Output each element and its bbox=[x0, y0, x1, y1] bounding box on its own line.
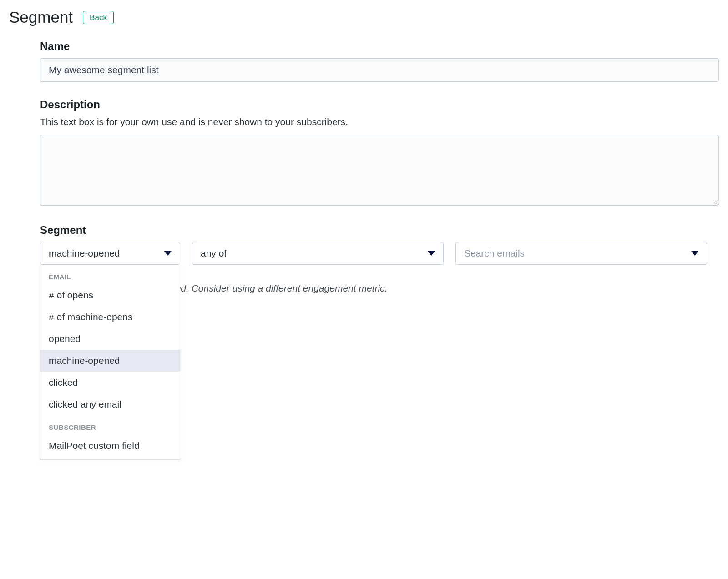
description-label: Description bbox=[40, 98, 719, 111]
segment-emails-select[interactable]: Search emails bbox=[455, 242, 707, 265]
name-input[interactable] bbox=[40, 58, 719, 82]
caret-down-icon bbox=[428, 251, 435, 256]
segment-operator-value: any of bbox=[201, 248, 227, 259]
page-title: Segment bbox=[9, 8, 73, 26]
caret-down-icon bbox=[691, 251, 698, 256]
segment-emails-placeholder: Search emails bbox=[464, 248, 525, 259]
segment-condition-select[interactable]: machine-opened bbox=[40, 242, 180, 265]
segment-label: Segment bbox=[40, 224, 719, 237]
dropdown-item-clicked[interactable]: clicked bbox=[40, 372, 180, 393]
segment-operator-select[interactable]: any of bbox=[192, 242, 444, 265]
dropdown-item-clicked-any-email[interactable]: clicked any email bbox=[40, 393, 180, 415]
caret-down-icon bbox=[164, 251, 172, 256]
dropdown-group-email: EMAIL bbox=[40, 265, 180, 284]
dropdown-item-num-machine-opens[interactable]: # of machine-opens bbox=[40, 306, 180, 328]
dropdown-item-mailpoet-custom-field[interactable]: MailPoet custom field bbox=[40, 435, 180, 457]
back-button[interactable]: Back bbox=[83, 11, 114, 24]
name-label: Name bbox=[40, 40, 719, 53]
segment-condition-dropdown: EMAIL # of opens # of machine-opens open… bbox=[40, 265, 180, 460]
dropdown-group-subscriber: SUBSCRIBER bbox=[40, 415, 180, 435]
dropdown-item-machine-opened[interactable]: machine-opened bbox=[40, 350, 180, 372]
description-textarea[interactable] bbox=[40, 135, 719, 206]
description-hint: This text box is for your own use and is… bbox=[40, 116, 719, 127]
dropdown-item-num-opens[interactable]: # of opens bbox=[40, 284, 180, 306]
dropdown-item-opened[interactable]: opened bbox=[40, 328, 180, 350]
segment-condition-value: machine-opened bbox=[49, 248, 120, 259]
